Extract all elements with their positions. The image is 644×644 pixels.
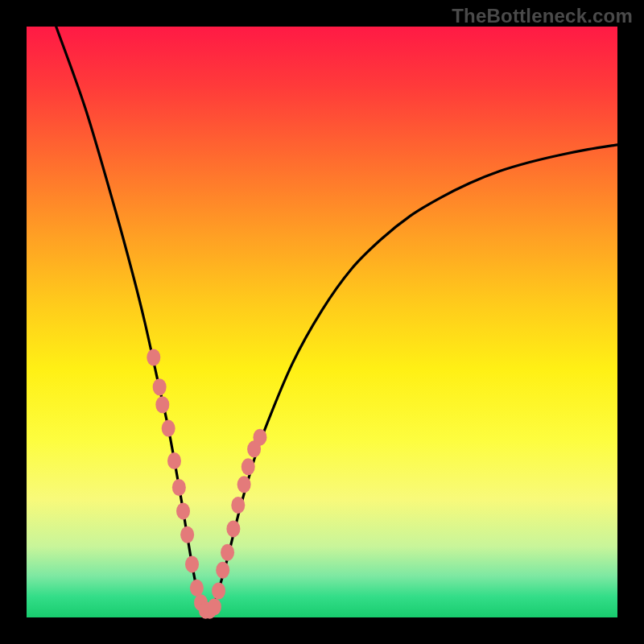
curve-marker bbox=[231, 497, 245, 514]
chart-frame: TheBottleneck.com bbox=[0, 0, 644, 644]
curve-marker bbox=[253, 429, 266, 446]
curve-marker bbox=[172, 479, 186, 496]
curve-marker bbox=[237, 476, 251, 493]
chart-svg bbox=[0, 0, 644, 644]
curve-marker bbox=[216, 562, 229, 579]
curve-marker bbox=[212, 582, 225, 599]
curve-marker bbox=[190, 580, 204, 597]
curve-marker bbox=[221, 544, 234, 561]
curve-marker bbox=[176, 502, 190, 519]
curve-marker bbox=[208, 598, 221, 615]
curve-marker bbox=[153, 378, 167, 395]
curve-marker bbox=[242, 458, 255, 475]
curve-marker bbox=[167, 452, 181, 469]
curve-marker bbox=[155, 396, 169, 413]
curve-marker bbox=[185, 555, 199, 572]
bottleneck-curve bbox=[56, 27, 617, 613]
curve-marker bbox=[147, 349, 160, 366]
curve-marker bbox=[162, 420, 175, 437]
curve-marker bbox=[226, 520, 240, 537]
marker-group bbox=[147, 349, 266, 619]
curve-marker bbox=[180, 526, 194, 543]
